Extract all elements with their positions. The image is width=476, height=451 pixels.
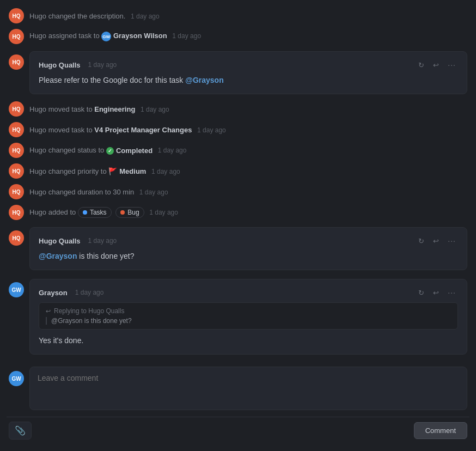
comment-author-row: Hugo Qualls 1 day ago (39, 61, 117, 69)
activity-text: Hugo changed the description. 1 day ago (29, 12, 467, 20)
tag-dot-red (120, 210, 125, 215)
avatar: HQ (9, 29, 24, 44)
destination: Engineering (94, 105, 135, 113)
activity-item: HQ Hugo changed priority to 🚩 Medium 1 d… (7, 161, 469, 181)
more-options-button[interactable] (446, 235, 458, 246)
activity-text: Hugo assigned task to GW Grayson Wilson … (29, 32, 467, 41)
comment-row: HQ Hugo Qualls 1 day ago Please refer to… (7, 47, 469, 99)
avatar: HQ (9, 184, 24, 199)
timestamp: 1 day ago (172, 32, 201, 40)
reply-button[interactable] (431, 236, 441, 246)
timestamp: 1 day ago (158, 147, 187, 154)
avatar: HQ (9, 122, 24, 137)
reaction-button[interactable] (416, 60, 426, 70)
comment-body: Yes it's done. (39, 335, 458, 346)
activity-item: HQ Hugo changed status to ✓ Completed 1 … (7, 140, 469, 161)
assigned-user: Grayson Wilson (113, 32, 167, 40)
comment-input[interactable] (29, 367, 467, 410)
activity-item: HQ Hugo added to Tasks Bug 1 day ago (7, 202, 469, 223)
avatar: GW (9, 282, 24, 297)
avatar: HQ (9, 163, 24, 179)
comment-author: Hugo Qualls (39, 237, 81, 245)
reply-quote: ↩ Replying to Hugo Qualls @Grayson is th… (39, 302, 458, 330)
comment-author: Hugo Qualls (39, 61, 81, 69)
comment-card: Grayson 1 day ago ↩ Replying to Hugo Qua… (29, 279, 467, 355)
comment-body: Please refer to the Google doc for this … (39, 75, 458, 86)
more-options-button[interactable] (446, 287, 458, 298)
timestamp: 1 day ago (151, 168, 180, 175)
comment-body: @Grayson is this done yet? (39, 251, 458, 262)
comment-card: Hugo Qualls 1 day ago Please refer to th… (29, 51, 467, 94)
activity-text: Hugo moved task to Engineering 1 day ago (29, 105, 467, 113)
destination: V4 Project Manager Changes (94, 126, 192, 134)
reply-quote-text: @Grayson is this done yet? (46, 317, 451, 325)
comment-row: HQ Hugo Qualls 1 day ago @Grayson is thi… (7, 223, 469, 275)
more-options-button[interactable] (446, 59, 458, 70)
reply-button[interactable] (431, 288, 441, 298)
comment-timestamp: 1 day ago (75, 289, 104, 296)
user-avatar-sm: GW (101, 32, 111, 41)
reaction-button[interactable] (416, 236, 426, 246)
activity-text: Hugo changed priority to 🚩 Medium 1 day … (29, 167, 467, 175)
mention: @Grayson (39, 252, 77, 260)
tag-label: Bug (127, 209, 139, 216)
priority-label: Medium (119, 167, 146, 175)
comment-actions (416, 59, 458, 70)
comment-toolbar: 📎 Comment (7, 417, 469, 444)
timestamp: 1 day ago (149, 209, 178, 216)
comment-row: GW Grayson 1 day ago ↩ Replying to Hugo … (7, 275, 469, 359)
activity-text: Hugo moved task to V4 Project Manager Ch… (29, 126, 467, 134)
comment-submit-button[interactable]: Comment (414, 422, 467, 439)
activity-text: Hugo changed status to ✓ Completed 1 day… (29, 146, 467, 155)
avatar: HQ (9, 8, 24, 23)
current-user-avatar: GW (9, 371, 24, 386)
timestamp: 1 day ago (141, 106, 169, 113)
priority-badge: 🚩 Medium (108, 167, 146, 175)
activity-item: HQ Hugo assigned task to GW Grayson Wils… (7, 26, 469, 47)
tag-chip-bug: Bug (115, 207, 144, 218)
comment-author-row: Hugo Qualls 1 day ago (39, 237, 117, 245)
attach-button[interactable]: 📎 (9, 422, 32, 440)
activity-item: HQ Hugo moved task to V4 Project Manager… (7, 119, 469, 140)
avatar: HQ (9, 230, 24, 246)
timestamp: 1 day ago (131, 13, 160, 20)
reaction-button[interactable] (416, 288, 426, 298)
priority-flag-icon: 🚩 (108, 167, 117, 175)
comment-author: Grayson (39, 289, 68, 297)
activity-text: Hugo added to Tasks Bug 1 day ago (29, 207, 467, 218)
replying-to-label: Replying to Hugo Qualls (54, 307, 124, 315)
status-dot-completed: ✓ (106, 147, 114, 155)
mention: @Grayson (185, 76, 223, 84)
reply-button[interactable] (431, 60, 441, 70)
activity-item: HQ Hugo changed duration to 30 min 1 day… (7, 181, 469, 202)
activity-item: HQ Hugo moved task to Engineering 1 day … (7, 99, 469, 119)
comment-actions (416, 287, 458, 298)
avatar: HQ (9, 54, 24, 70)
activity-item: HQ Hugo changed the description. 1 day a… (7, 5, 469, 26)
tag-dot-blue (83, 210, 87, 215)
timestamp: 1 day ago (139, 188, 168, 196)
activity-text: Hugo changed duration to 30 min 1 day ag… (29, 188, 467, 196)
avatar: HQ (9, 205, 24, 220)
timestamp: 1 day ago (197, 126, 226, 134)
avatar: HQ (9, 101, 24, 117)
comment-header: Grayson 1 day ago (39, 287, 458, 298)
comment-actions (416, 235, 458, 246)
status-label: Completed (116, 147, 152, 155)
comment-timestamp: 1 day ago (88, 61, 117, 69)
avatar: HQ (9, 143, 24, 158)
comment-author-row: Grayson 1 day ago (39, 289, 103, 297)
comment-input-row: GW (7, 362, 469, 415)
comment-timestamp: 1 day ago (88, 237, 117, 245)
comment-card: Hugo Qualls 1 day ago @Grayson is this d… (29, 227, 467, 270)
comment-header: Hugo Qualls 1 day ago (39, 59, 458, 70)
tag-label: Tasks (90, 209, 107, 216)
status-badge: ✓ Completed (106, 147, 152, 155)
comment-header: Hugo Qualls 1 day ago (39, 235, 458, 246)
avatar-inline: GW (101, 32, 111, 41)
reply-arrow-icon: ↩ (46, 308, 51, 315)
tag-chip-tasks: Tasks (78, 207, 112, 218)
reply-quote-header: ↩ Replying to Hugo Qualls (46, 307, 451, 315)
activity-feed: HQ Hugo changed the description. 1 day a… (0, 0, 476, 449)
